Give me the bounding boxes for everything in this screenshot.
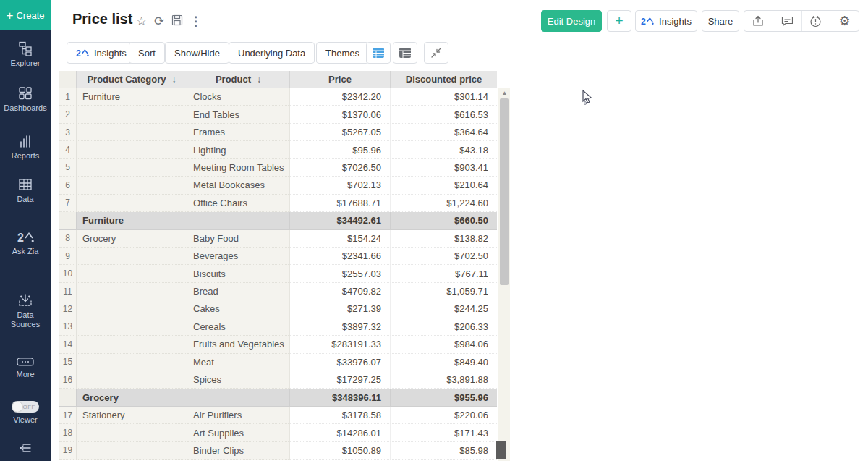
cell-discounted[interactable]: $171.43 [391,424,497,441]
cell-discounted[interactable]: $767.11 [391,265,497,282]
cell-discounted[interactable]: $1,059.71 [391,283,497,300]
scroll-up-icon[interactable]: ▲ [498,90,511,96]
cell-price[interactable]: $154.24 [290,230,391,248]
show-hide-button[interactable]: Show/Hide [165,42,229,64]
cell-discounted[interactable]: $3,891.88 [391,371,497,389]
alert-button[interactable] [802,11,831,31]
column-header-product[interactable]: Product ↓ [187,71,290,88]
cell-price[interactable]: $4709.82 [290,283,391,300]
cell-product[interactable]: Lighting [187,141,290,158]
cell-category[interactable]: Furniture [77,212,187,229]
cell-product[interactable]: Metal Bookcases [187,177,290,194]
cell-discounted[interactable]: $85.98 [391,442,497,460]
cell-price[interactable]: $2341.66 [290,248,391,265]
cell-price[interactable]: $702.13 [290,177,391,194]
cell-discounted[interactable]: $984.06 [391,336,497,353]
cell-category[interactable] [77,141,187,158]
column-header-price[interactable]: Price [290,71,391,88]
collapse-panel-button[interactable] [424,42,448,64]
cell-product[interactable]: Office Chairs [187,195,290,212]
cell-price[interactable]: $283191.33 [290,336,391,353]
comment-button[interactable] [773,11,802,31]
cell-product[interactable]: Air Purifiers [187,407,290,424]
toolbar-insights-button[interactable]: 2 Insights [67,42,136,64]
cell-category[interactable]: Furniture [77,88,187,106]
cell-product[interactable]: Spices [187,371,290,389]
cell-product[interactable]: Baby Food [187,230,290,248]
cell-product[interactable]: Meat [187,354,290,371]
cell-category[interactable] [77,354,187,371]
cell-price[interactable]: $7026.50 [290,159,391,177]
cell-category[interactable] [77,124,187,141]
cell-discounted[interactable]: $702.50 [391,248,497,265]
sidebar-item-data-sources[interactable]: Data Sources [0,292,51,329]
cell-category[interactable] [77,195,187,212]
cell-price[interactable]: $1370.06 [290,106,391,123]
table-view-button[interactable] [366,42,391,64]
cell-product[interactable] [187,212,290,229]
underlying-data-button[interactable]: Underlying Data [229,42,315,64]
cell-product[interactable]: Cakes [187,300,290,318]
cell-discounted[interactable]: $955.96 [391,389,497,406]
cell-price[interactable]: $5267.05 [290,124,391,141]
cell-product[interactable]: Clocks [187,88,290,106]
favorite-star-icon[interactable]: ☆ [136,14,147,29]
column-header-discounted-price[interactable]: Discounted price [391,71,497,88]
cell-discounted[interactable]: $849.40 [391,354,497,371]
cell-product[interactable]: Frames [187,124,290,141]
sidebar-item-dashboards[interactable]: Dashboards [0,85,51,113]
cell-discounted[interactable]: $43.18 [391,141,497,158]
sidebar-item-data[interactable]: Data [0,177,51,204]
cell-price[interactable]: $34492.61 [290,212,391,229]
cell-price[interactable]: $271.39 [290,300,391,318]
share-button[interactable]: Share [702,10,739,32]
cell-price[interactable]: $348396.11 [290,389,391,406]
sidebar-item-more[interactable]: More [0,356,51,379]
cell-category[interactable] [77,318,187,336]
save-icon[interactable] [171,14,183,26]
cell-discounted[interactable]: $660.50 [391,212,497,229]
cell-price[interactable]: $17297.25 [290,371,391,389]
viewer-toggle-pill[interactable]: OFF [12,401,39,413]
refresh-icon[interactable]: ⟳ [154,14,164,29]
cell-discounted[interactable]: $1,224.60 [391,195,497,212]
cell-price[interactable]: $17688.71 [290,195,391,212]
cell-product[interactable]: Biscuits [187,265,290,282]
cell-category[interactable] [77,265,187,282]
cell-discounted[interactable]: $903.41 [391,159,497,177]
cell-price[interactable]: $95.96 [290,141,391,158]
cell-category[interactable]: Grocery [77,230,187,248]
scrollbar-thumb[interactable] [500,98,509,285]
cell-discounted[interactable]: $206.33 [391,318,497,336]
vertical-scrollbar[interactable]: ▲ ▼ [498,88,510,461]
add-report-button[interactable]: + [607,10,631,32]
cell-price[interactable]: $14286.01 [290,424,391,441]
kebab-menu-icon[interactable]: ⋮ [190,14,202,29]
cell-price[interactable]: $33976.07 [290,354,391,371]
cell-category[interactable]: Grocery [77,389,187,406]
cell-discounted[interactable]: $138.82 [391,230,497,248]
edit-design-button[interactable]: Edit Design [541,10,602,32]
cell-price[interactable]: $1050.89 [290,442,391,460]
pivot-view-button[interactable] [393,42,417,64]
sidebar-item-ask-zia[interactable]: 2 Ask Zia [0,230,51,256]
cell-discounted[interactable]: $301.14 [391,88,497,106]
cell-price[interactable]: $2342.20 [290,88,391,106]
themes-button[interactable]: Themes [316,42,369,64]
cell-product[interactable]: Cereals [187,318,290,336]
cell-discounted[interactable]: $210.64 [391,177,497,194]
insights-button[interactable]: 2 Insights [635,10,697,32]
cell-price[interactable]: $2557.03 [290,265,391,282]
cell-category[interactable] [77,177,187,194]
cell-product[interactable]: Binder Clips [187,442,290,460]
cell-product[interactable]: Fruits and Vegetables [187,336,290,353]
collapse-sidebar-button[interactable] [0,440,51,458]
cell-category[interactable] [77,336,187,353]
cell-product[interactable] [187,389,290,406]
sidebar-item-reports[interactable]: Reports [0,133,51,161]
cell-category[interactable] [77,300,187,318]
export-button[interactable] [744,11,773,31]
cell-category[interactable] [77,283,187,300]
settings-button[interactable]: ⚙ [830,11,859,31]
create-button[interactable]: + Create [0,0,51,30]
